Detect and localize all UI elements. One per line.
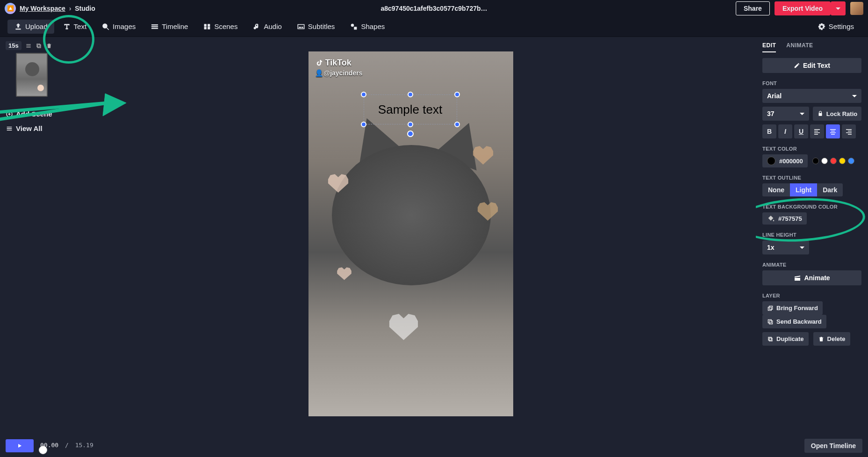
view-all-button[interactable]: View All [6,123,60,134]
delete-label: Delete [827,335,846,342]
preset-swatch[interactable] [839,158,846,164]
svg-point-9 [351,24,354,27]
outline-dark[interactable]: Dark [817,183,843,196]
svg-line-1 [107,28,109,30]
timeline-playhead[interactable] [39,446,47,454]
bring-forward-button[interactable]: Bring Forward [762,301,823,315]
open-timeline-button[interactable]: Open Timeline [804,439,862,453]
send-backward-button[interactable]: Send Backward [762,315,826,328]
svg-rect-5 [208,27,210,29]
left-sidebar: 15s Add Scene View All [0,37,65,435]
svg-rect-4 [204,27,207,29]
lock-ratio-label: Lock Ratio [826,110,857,117]
svg-rect-20 [768,307,771,310]
preset-swatch[interactable] [830,158,837,164]
tool-text[interactable]: Text [56,20,93,34]
reorder-icon[interactable] [25,43,32,49]
list-icon [6,125,13,132]
font-family-select[interactable]: Arial [762,89,861,103]
text-bg-section-label: TEXT BACKGROUND COLOR [762,204,861,210]
resize-handle-bl[interactable] [361,122,366,127]
align-left-icon [813,128,821,135]
export-video-button[interactable]: Export Video [775,1,831,15]
resize-handle-tm[interactable] [408,92,413,97]
tool-scenes[interactable]: Scenes [196,20,244,34]
bold-button[interactable]: B [762,124,776,138]
font-size-select[interactable]: 37 [762,107,809,121]
delete-scene-icon[interactable] [46,43,52,49]
resize-handle-bm[interactable] [408,122,413,127]
svg-marker-18 [103,94,126,116]
tool-settings[interactable]: Settings [811,20,861,34]
tiktok-icon [315,58,323,68]
add-scene-button[interactable]: Add Scene [6,108,60,120]
workspace-avatar[interactable]: 🔼 [5,3,16,14]
tool-shapes[interactable]: Shapes [343,20,391,34]
topbar: 🔼 My Workspace › Studio a8c97450c1afefb3… [0,0,868,16]
breadcrumb-section: Studio [75,5,95,12]
play-button[interactable] [6,439,34,452]
tool-timeline-label: Timeline [162,22,188,30]
selected-text-element[interactable]: Sample text [364,94,457,124]
play-icon [16,442,23,449]
svg-rect-23 [769,338,772,341]
tool-images-label: Images [113,22,136,30]
share-button[interactable]: Share [736,1,770,15]
preset-swatch[interactable] [812,158,819,164]
svg-rect-22 [769,320,773,324]
resize-handle-tr[interactable] [454,92,460,97]
scene-duration[interactable]: 15s [6,41,22,50]
align-right-button[interactable] [842,124,856,138]
tiktok-username-label: @jaycinders [324,69,363,77]
video-canvas[interactable]: TikTok 👤@jaycinders Sample text [308,51,513,416]
tool-upload[interactable]: Upload [7,20,54,34]
time-display: 00.00 / 15.19 [40,442,798,449]
text-bg-color-input[interactable]: #757575 [762,212,807,225]
line-height-section-label: LINE HEIGHT [762,232,861,238]
align-right-icon [845,128,853,135]
gear-icon [818,22,826,31]
edit-text-button[interactable]: Edit Text [762,58,861,73]
text-outline-segmented: None Light Dark [762,183,861,196]
underline-button[interactable]: U [794,124,808,138]
user-avatar[interactable] [850,2,863,15]
resize-handle-br[interactable] [454,122,460,127]
align-left-button[interactable] [810,124,824,138]
copy-scene-icon[interactable] [36,43,42,49]
tool-audio[interactable]: Audio [246,20,288,34]
clapboard-icon [794,274,801,282]
tool-subtitles[interactable]: Subtitles [290,20,342,34]
align-center-button[interactable] [826,124,840,138]
svg-rect-11 [37,44,40,47]
breadcrumb-workspace[interactable]: My Workspace [20,5,65,12]
canvas-area: TikTok 👤@jaycinders Sample text [65,37,756,435]
resize-handle-tl[interactable] [361,92,366,97]
tab-edit[interactable]: EDIT [762,42,776,52]
rotate-handle[interactable] [407,131,414,137]
outline-none[interactable]: None [762,183,790,196]
lock-ratio-toggle[interactable]: Lock Ratio [813,107,861,121]
line-height-select[interactable]: 1x [762,240,809,254]
svg-point-0 [103,24,107,28]
tool-upload-label: Upload [25,22,48,30]
tool-timeline[interactable]: Timeline [144,20,194,34]
layer-forward-icon [767,305,774,312]
delete-button[interactable]: Delete [813,332,850,346]
scene-thumbnail[interactable] [16,53,48,97]
file-title[interactable]: a8c97450c1afefb3c0577c9b727b… [380,5,487,12]
text-color-input[interactable]: #000000 [762,154,808,167]
animate-button[interactable]: Animate [762,270,861,285]
canvas-bg-shape [332,145,491,285]
tiktok-brand-label: TikTok [325,58,352,68]
preset-swatch[interactable] [821,158,828,164]
tool-images[interactable]: Images [95,20,142,34]
tool-shapes-label: Shapes [361,22,385,30]
tab-animate[interactable]: ANIMATE [786,42,813,52]
preset-swatch[interactable] [848,158,854,164]
outline-light[interactable]: Light [790,183,817,196]
duplicate-button[interactable]: Duplicate [762,332,809,346]
italic-button[interactable]: I [778,124,792,138]
audio-icon [252,22,261,31]
chevron-down-icon [800,244,804,251]
export-menu-button[interactable] [831,1,846,15]
